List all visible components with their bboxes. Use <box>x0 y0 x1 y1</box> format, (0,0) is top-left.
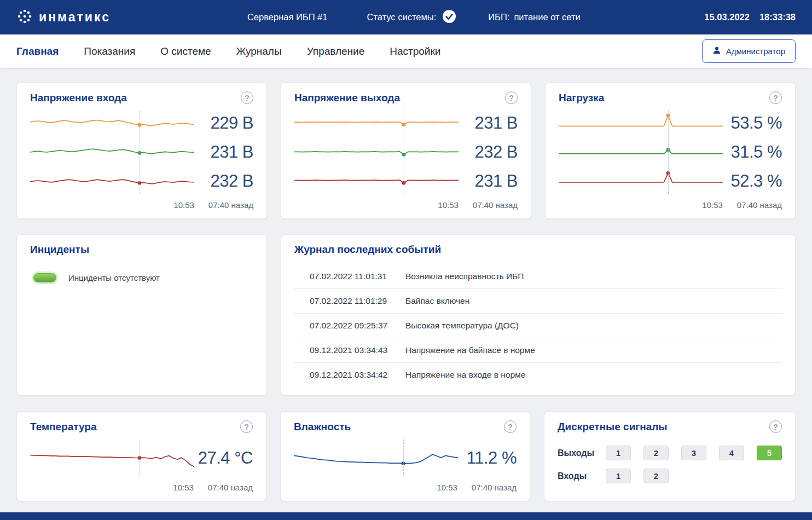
output-signal-4[interactable]: 4 <box>719 446 744 460</box>
card-title: Дискретные сигналы <box>558 421 668 433</box>
card-title: Напряжение выхода <box>294 92 400 104</box>
device-name: Серверная ИБП #1 <box>247 12 328 22</box>
sparkline-phase-3 <box>294 168 459 193</box>
temperature-value: 27.4 °C <box>194 437 253 478</box>
sparkline-phase-1 <box>294 111 459 136</box>
card-title: Нагрузка <box>559 92 604 104</box>
event-text: Байпас включен <box>405 296 782 306</box>
card-output-voltage: Напряжение выхода ? 231 В 232 В 231 В 10… <box>281 82 531 219</box>
card-title: Инциденты <box>30 244 89 256</box>
load-phase-2-value: 31.5 % <box>723 137 782 166</box>
sparkline-phase-3 <box>559 168 723 193</box>
input-voltage-phase-1-value: 229 В <box>194 108 253 137</box>
event-row: 07.02.2022 11:01:31 Возникла неисправнос… <box>294 264 782 289</box>
ups-power-status: ИБП: питание от сети <box>488 12 581 22</box>
help-icon[interactable]: ? <box>504 420 517 433</box>
sparkline-phase-2 <box>30 140 194 165</box>
sparkline-phase-3 <box>30 168 194 193</box>
cursor-time: 10:53 <box>438 200 459 210</box>
ups-value: питание от сети <box>514 12 580 22</box>
footer-bar <box>0 512 812 520</box>
card-title: Влажность <box>294 421 351 433</box>
system-status: Статус системы: <box>367 9 456 26</box>
humidity-chart <box>294 437 458 478</box>
event-row: 09.12.2021 03:34:42 Напряжение на входе … <box>294 363 782 387</box>
nav-item-control[interactable]: Управление <box>307 45 365 57</box>
incidents-ok-indicator <box>33 273 56 282</box>
event-row: 07.02.2022 11:01:29 Байпас включен <box>294 289 782 314</box>
event-text: Возникла неисправность ИБП <box>405 271 782 281</box>
cursor-time: 10:53 <box>702 200 723 210</box>
header-date: 15.03.2022 <box>704 12 750 22</box>
chart-cursor-line <box>403 440 404 476</box>
time-ago: 07:40 назад <box>208 483 253 492</box>
header-datetime: 15.03.2022 18:33:38 <box>704 12 796 22</box>
inputs-label: Входы <box>558 471 606 481</box>
event-text: Напряжение на байпасе в норме <box>405 345 782 355</box>
outputs-label: Выходы <box>558 448 606 458</box>
inputs-row: Входы 1 2 <box>558 469 782 483</box>
brand-name: инматикс <box>39 10 111 25</box>
output-signal-5[interactable]: 5 <box>757 446 782 460</box>
time-ago: 07:40 назад <box>472 483 517 492</box>
card-title: Напряжение входа <box>30 92 127 104</box>
input-voltage-chart <box>30 108 194 196</box>
output-signal-2[interactable]: 2 <box>643 446 669 460</box>
output-signal-1[interactable]: 1 <box>606 446 631 460</box>
time-ago: 07:40 назад <box>473 200 518 210</box>
chart-cursor-line <box>140 111 140 194</box>
app-header: инматикс Серверная ИБП #1 Статус системы… <box>0 0 812 34</box>
chart-cursor-line <box>404 111 404 194</box>
sparkline-phase-2 <box>559 140 723 165</box>
help-icon[interactable]: ? <box>505 91 518 104</box>
event-text: Напряжение на входе в норме <box>405 370 782 380</box>
time-ago: 07:40 назад <box>737 200 782 210</box>
input-signal-1[interactable]: 1 <box>606 469 631 483</box>
help-icon[interactable]: ? <box>240 420 253 433</box>
sparkline-phase-1 <box>30 111 194 136</box>
sparkline-temperature <box>30 443 194 473</box>
dashboard: Напряжение входа ? 229 В 231 В 232 В 10:… <box>0 68 812 512</box>
load-chart <box>559 108 723 196</box>
incidents-message: Инциденты отсутствуют <box>68 273 160 282</box>
chart-cursor-line <box>668 111 669 194</box>
outputs-row: Выходы 1 2 3 4 5 <box>558 446 782 460</box>
brand-logo-icon <box>16 8 33 27</box>
temperature-chart <box>30 437 194 478</box>
event-datetime: 09.12.2021 03:34:42 <box>310 370 405 380</box>
event-datetime: 09.12.2021 03:34:43 <box>310 345 405 355</box>
nav-item-main[interactable]: Главная <box>16 45 59 57</box>
cursor-time: 10:53 <box>173 200 194 210</box>
main-nav: Главная Показания О системе Журналы Упра… <box>0 34 812 68</box>
event-datetime: 07.02.2022 11:01:31 <box>310 271 405 281</box>
user-icon <box>712 46 721 56</box>
cursor-time: 10:53 <box>173 483 194 492</box>
sparkline-phase-1 <box>559 111 723 136</box>
card-title: Температура <box>30 421 97 433</box>
event-list: 07.02.2022 11:01:31 Возникла неисправнос… <box>294 264 782 387</box>
sparkline-phase-2 <box>294 140 459 165</box>
card-discrete-signals: Дискретные сигналы ? Выходы 1 2 3 4 5 Вх… <box>544 411 796 501</box>
input-voltage-phase-3-value: 232 В <box>194 167 253 196</box>
load-phase-3-value: 52.3 % <box>723 167 782 196</box>
sparkline-humidity <box>294 443 458 473</box>
nav-item-settings[interactable]: Настройки <box>390 45 440 57</box>
event-text: Высокая температура (ДОС) <box>405 321 782 331</box>
help-icon[interactable]: ? <box>769 91 782 104</box>
administrator-button[interactable]: Администратор <box>702 39 796 63</box>
input-voltage-phase-2-value: 231 В <box>194 137 253 166</box>
help-icon[interactable]: ? <box>769 420 782 433</box>
nav-item-readings[interactable]: Показания <box>84 45 135 57</box>
nav-item-logs[interactable]: Журналы <box>236 45 282 57</box>
administrator-label: Администратор <box>726 47 785 56</box>
event-row: 09.12.2021 03:34:43 Напряжение на байпас… <box>294 338 782 363</box>
nav-item-about-system[interactable]: О системе <box>160 45 211 57</box>
cursor-time: 10:53 <box>437 483 457 492</box>
status-ok-check-icon <box>442 9 456 26</box>
help-icon[interactable]: ? <box>241 91 253 104</box>
system-status-label: Статус системы: <box>367 12 436 22</box>
time-ago: 07:40 назад <box>208 200 253 210</box>
output-signal-3[interactable]: 3 <box>681 446 706 460</box>
card-event-journal: Журнал последних событий 07.02.2022 11:0… <box>281 234 796 396</box>
input-signal-2[interactable]: 2 <box>643 469 669 483</box>
